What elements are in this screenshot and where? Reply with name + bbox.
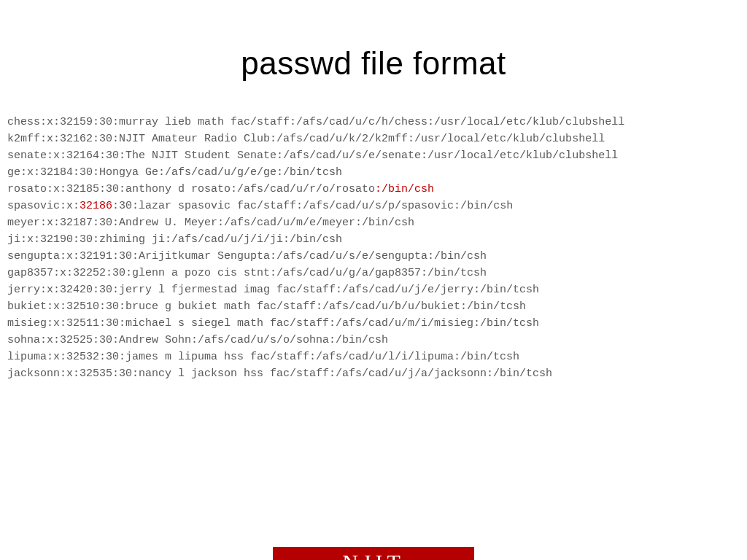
passwd-text: misieg:x:32511:30:michael s siegel math … <box>7 317 539 330</box>
passwd-line: ge:x:32184:30:Hongya Ge:/afs/cad/u/g/e/g… <box>7 164 740 181</box>
passwd-text: ge:x:32184:30:Hongya Ge:/afs/cad/u/g/e/g… <box>7 166 342 179</box>
passwd-text: chess:x:32159:30:murray lieb math fac/st… <box>7 116 624 128</box>
passwd-line: bukiet:x:32510:30:bruce g bukiet math fa… <box>7 298 740 315</box>
slide-title: passwd file format <box>0 45 747 82</box>
passwd-content: chess:x:32159:30:murray lieb math fac/st… <box>0 114 747 382</box>
passwd-text: bukiet:x:32510:30:bruce g bukiet math fa… <box>7 300 526 313</box>
passwd-line: jacksonn:x:32535:30:nancy l jackson hss … <box>7 365 740 382</box>
slide: passwd file format chess:x:32159:30:murr… <box>0 45 747 560</box>
passwd-line: sengupta:x:32191:30:Arijitkumar Sengupta… <box>7 248 740 265</box>
passwd-line: gap8357:x:32252:30:glenn a pozo cis stnt… <box>7 265 740 281</box>
passwd-line: chess:x:32159:30:murray lieb math fac/st… <box>7 114 740 131</box>
passwd-line: k2mff:x:32162:30:NJIT Amateur Radio Club… <box>7 131 740 147</box>
passwd-text: lipuma:x:32532:30:james m lipuma hss fac… <box>7 351 519 363</box>
passwd-line: meyer:x:32187:30:Andrew U. Meyer:/afs/ca… <box>7 214 740 231</box>
passwd-line: misieg:x:32511:30:michael s siegel math … <box>7 315 740 332</box>
passwd-line: spasovic:x:32186:30:lazar spasovic fac/s… <box>7 198 740 214</box>
passwd-text: jacksonn:x:32535:30:nancy l jackson hss … <box>7 368 552 380</box>
highlighted-text: :/bin/csh <box>375 183 434 195</box>
passwd-text: rosato:x:32185:30:anthony d rosato:/afs/… <box>7 183 375 195</box>
passwd-text: sengupta:x:32191:30:Arijitkumar Sengupta… <box>7 250 487 262</box>
njit-logo: NJIT New Jersey Institute of Technology <box>273 547 474 560</box>
highlighted-text: 32186 <box>80 200 112 212</box>
passwd-text: k2mff:x:32162:30:NJIT Amateur Radio Club… <box>7 133 605 145</box>
passwd-text: meyer:x:32187:30:Andrew U. Meyer:/afs/ca… <box>7 217 414 229</box>
passwd-text: :30:lazar spasovic fac/staff:/afs/cad/u/… <box>112 200 513 212</box>
passwd-text: senate:x:32164:30:The NJIT Student Senat… <box>7 149 618 162</box>
logo-text-big: NJIT <box>342 551 405 561</box>
passwd-text: gap8357:x:32252:30:glenn a pozo cis stnt… <box>7 267 487 279</box>
passwd-line: sohna:x:32525:30:Andrew Sohn:/afs/cad/u/… <box>7 332 740 349</box>
passwd-line: ji:x:32190:30:zhiming ji:/afs/cad/u/j/i/… <box>7 231 740 248</box>
passwd-line: senate:x:32164:30:The NJIT Student Senat… <box>7 147 740 164</box>
passwd-line: lipuma:x:32532:30:james m lipuma hss fac… <box>7 349 740 365</box>
passwd-line: jerry:x:32420:30:jerry l fjermestad imag… <box>7 281 740 298</box>
passwd-text: jerry:x:32420:30:jerry l fjermestad imag… <box>7 284 539 296</box>
passwd-text: ji:x:32190:30:zhiming ji:/afs/cad/u/j/i/… <box>7 233 342 246</box>
passwd-text: spasovic:x: <box>7 200 80 212</box>
passwd-line: rosato:x:32185:30:anthony d rosato:/afs/… <box>7 181 740 198</box>
footer: 6-9-15 NJIT New Jersey Institute of Tech… <box>0 542 747 560</box>
passwd-text: sohna:x:32525:30:Andrew Sohn:/afs/cad/u/… <box>7 334 388 346</box>
